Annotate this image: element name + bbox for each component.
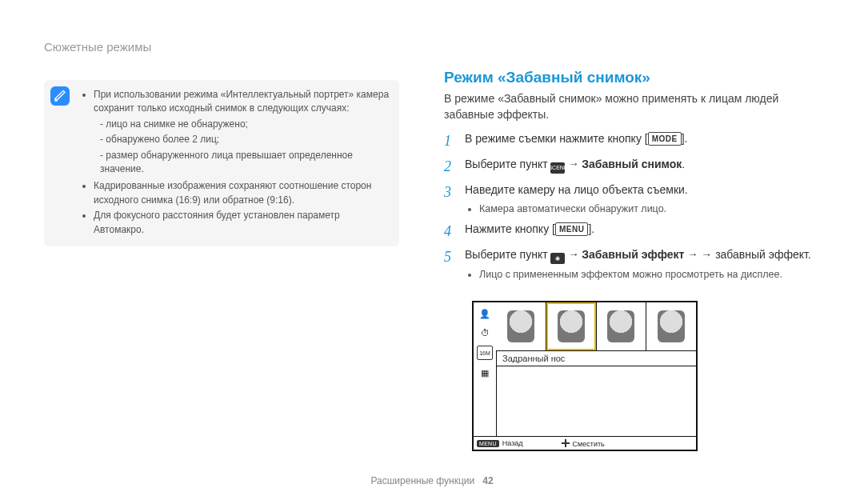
note-item-text: При использовании режима «Интеллектуальн… (94, 89, 389, 114)
step-number: 1 (444, 130, 455, 151)
step-number: 5 (444, 246, 455, 267)
step-3: 3 Наведите камеру на лицо объекта съемки… (444, 182, 824, 215)
step-text: Выберите пункт (465, 158, 550, 170)
back-label[interactable]: Назад (502, 439, 523, 447)
mode-badge: MODE (648, 132, 682, 146)
camera-icon: ◉ (550, 253, 565, 264)
note-list: При использовании режима «Интеллектуальн… (82, 88, 390, 237)
step-1: 1 В режиме съемки нажмите кнопку [MODE]. (444, 130, 824, 151)
camera-footer: MENU Назад Сместить (474, 436, 696, 450)
note-subitem: размер обнаруженного лица превышает опре… (100, 149, 390, 177)
effect-name-row: Задранный нос (496, 350, 696, 366)
info-note: При использовании режима «Интеллектуальн… (44, 80, 399, 246)
section-intro: В режиме «Забавный снимок» можно применя… (444, 91, 824, 122)
camera-left-icons: 👤 ⏱ 16M ▦ (474, 302, 497, 437)
note-subitem: обнаружено более 2 лиц; (100, 133, 390, 146)
timer-icon: ⏱ (478, 326, 491, 339)
note-item-text: Кадрированные изображения сохраняют соот… (94, 179, 390, 207)
step-number: 2 (444, 156, 455, 177)
arrow-icon: → (568, 158, 578, 170)
arrow-icon: → (687, 248, 698, 260)
grid-icon: ▦ (478, 366, 491, 379)
step-5: 5 Выберите пункт ◉ → Забавный эффект → →… (444, 246, 824, 282)
step-number: 4 (444, 221, 455, 242)
step-text: В режиме съемки нажмите кнопку [ (465, 132, 648, 145)
step-text: Нажмите кнопку [ (465, 222, 555, 235)
info-pencil-icon (50, 86, 70, 106)
note-item-text: Для фокусного расстояния будет установле… (94, 209, 390, 237)
step-bullet: Камера автоматически обнаружит лицо. (479, 202, 824, 216)
step-text: Наведите камеру на лицо объекта съемки. (465, 183, 688, 196)
effect-thumb[interactable] (646, 302, 696, 350)
effect-thumb-selected[interactable] (546, 302, 597, 350)
page-number: 42 (482, 475, 493, 486)
arrow-icon: → (568, 248, 578, 260)
step-text-bold: Забавный эффект (582, 248, 684, 261)
footer-text: Расширенные функции (370, 475, 474, 486)
menu-chip-icon: MENU (477, 440, 499, 447)
camera-preview-screen: 👤 ⏱ 16M ▦ Задранный нос MENU Назад Смест… (472, 301, 698, 451)
size-icon: 16M (477, 346, 493, 360)
page-footer: Расширенные функции 42 (0, 475, 864, 486)
page-header: Сюжетные режимы (44, 40, 151, 54)
step-bullet: Лицо с примененным эффектом можно просмо… (479, 267, 824, 282)
menu-badge: MENU (555, 222, 588, 236)
effect-thumbnails (496, 302, 696, 351)
step-text: → забавный эффект. (701, 248, 811, 261)
step-text: ]. (682, 132, 688, 145)
step-number: 3 (444, 182, 455, 202)
move-control[interactable]: Сместить (562, 439, 605, 448)
step-4: 4 Нажмите кнопку [MENU]. (444, 221, 824, 242)
effect-name: Задранный нос (502, 354, 565, 363)
right-column: Режим «Забавный снимок» В режиме «Забавн… (444, 69, 824, 286)
effect-thumb[interactable] (597, 302, 647, 350)
move-label: Сместить (573, 440, 605, 448)
section-title: Режим «Забавный снимок» (444, 69, 824, 86)
note-subitem: лицо на снимке не обнаружено; (100, 118, 390, 131)
step-text: . (682, 158, 685, 170)
step-text: ]. (588, 222, 594, 235)
dpad-icon (562, 439, 570, 447)
step-2: 2 Выберите пункт SCENE → Забавный снимок… (444, 156, 824, 177)
step-text-bold: Забавный снимок (582, 158, 682, 170)
funny-mode-icon: 👤 (478, 307, 491, 320)
effect-thumb[interactable] (496, 302, 546, 350)
scene-icon: SCENE (550, 162, 565, 174)
step-text: Выберите пункт (465, 248, 550, 261)
